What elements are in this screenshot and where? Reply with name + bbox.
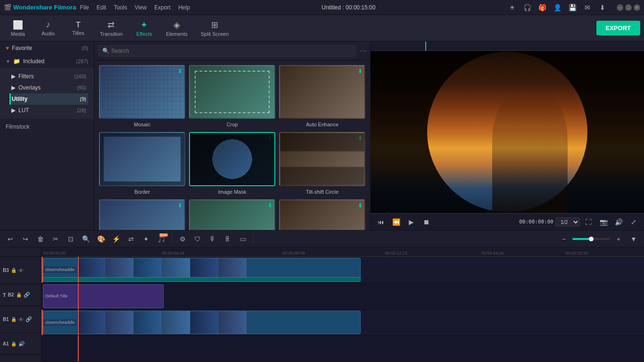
track-a1 <box>41 336 644 362</box>
delete-button[interactable]: 🗑 <box>34 232 47 246</box>
sun-icon[interactable]: ☀ <box>507 3 517 12</box>
grid-icon[interactable]: ⋯ <box>360 47 366 55</box>
user-icon[interactable]: 👤 <box>553 3 562 12</box>
crop-timeline-button[interactable]: ⊡ <box>64 232 77 246</box>
undo-button[interactable]: ↩ <box>4 232 17 246</box>
toolbar-elements-label: Elements <box>166 31 188 37</box>
menu-export[interactable]: Export <box>154 4 171 11</box>
zoom-bar[interactable] <box>572 238 610 240</box>
render-button[interactable]: ⚙ <box>176 232 189 246</box>
effect-r6[interactable]: ⬇ <box>279 199 365 230</box>
headphone-icon[interactable]: 🎧 <box>522 3 532 12</box>
effect-r5[interactable]: ⬇ <box>189 199 275 230</box>
panel-filmstock[interactable]: Filmstock <box>0 119 94 135</box>
minimize-button[interactable]: ─ <box>617 4 623 11</box>
cut-button[interactable]: ✂ <box>49 232 62 246</box>
toolbar-separator <box>172 234 172 244</box>
vol-a1-icon[interactable]: 🔊 <box>18 341 25 347</box>
panel-filters[interactable]: ▶ Filters (160) <box>9 71 88 82</box>
collapse-button[interactable]: ▼ <box>627 232 640 246</box>
zoom-out-button[interactable]: − <box>557 232 570 246</box>
effect-border[interactable]: Border <box>99 132 185 195</box>
toolbar-transition[interactable]: ⇄ Transition <box>94 18 128 39</box>
effect-crop[interactable]: Crop <box>189 65 275 128</box>
menu-help[interactable]: Help <box>178 4 190 11</box>
quality-select[interactable]: 1/2 1/4 Full <box>555 217 580 227</box>
clip-b1-main[interactable]: slowmoheaddle <box>43 311 361 335</box>
clip-b3-sub[interactable] <box>43 277 361 282</box>
toolbar-effects[interactable]: ✦ Effects <box>130 18 158 39</box>
effect-mosaic[interactable]: ⬇ Mosaic <box>99 65 185 128</box>
color-button[interactable]: 🎨 <box>94 232 107 246</box>
search-input[interactable] <box>111 48 352 54</box>
effect-auto-enhance[interactable]: ⬇ Auto Enhance <box>279 65 365 128</box>
panel-included[interactable]: ▼ 📁 Included (287) <box>0 55 94 68</box>
export-button[interactable]: EXPORT <box>596 21 640 35</box>
transition-button[interactable]: ⇄ <box>124 232 138 246</box>
toolbar-elements[interactable]: ◈ Elements <box>160 18 193 39</box>
r4-download-icon: ⬇ <box>178 202 182 209</box>
clip-b2-label: Default Title <box>43 293 70 299</box>
frame-back-button[interactable]: ⏪ <box>389 215 403 229</box>
menu-view[interactable]: View <box>134 4 147 11</box>
zoom-in-timeline-button[interactable]: 🔍 <box>79 232 92 246</box>
save-icon[interactable]: 💾 <box>568 3 577 12</box>
audio-mix-button[interactable]: 🎚 <box>221 232 234 246</box>
track-b3-id: B3 <box>3 268 9 273</box>
logo-icon: 🎬 <box>4 4 11 11</box>
subtitle-button[interactable]: ▭ <box>236 232 249 246</box>
lock-a1-icon[interactable]: 🔒 <box>11 341 17 346</box>
skip-back-button[interactable]: ⏮ <box>374 215 388 229</box>
redo-button[interactable]: ↪ <box>19 232 32 246</box>
preview-controls-bar: ⏮ ⏪ ▶ ⏹ 00:00:00:00 1/2 1/4 Full ⛶ 📷 🔊 ⤢ <box>371 213 644 230</box>
toolbar-splitscreen[interactable]: ⊞ Split Screen <box>195 18 234 39</box>
titlebar-right: ☀ 🎧 🎁 👤 💾 ✉ ⬇ ─ □ ✕ <box>507 3 640 12</box>
panel-lut[interactable]: ▶ LUT (28) <box>9 105 88 116</box>
effect-r4[interactable]: ⬇ <box>99 199 185 230</box>
maximize-button[interactable]: □ <box>625 4 632 11</box>
clip-b2-title[interactable]: Default Title <box>43 284 164 308</box>
stop-button[interactable]: ⏹ <box>420 215 433 229</box>
shield-button[interactable]: 🛡 <box>191 232 204 246</box>
fullscreen-button[interactable]: ⛶ <box>582 215 595 229</box>
snapshot-button[interactable]: 📷 <box>597 215 610 229</box>
panel-utility[interactable]: Utility (9) <box>9 93 88 105</box>
toolbar-audio[interactable]: ♪ Audio <box>34 18 62 38</box>
play-button[interactable]: ▶ <box>405 215 418 229</box>
effects-tl-button[interactable]: ✦ <box>140 232 153 246</box>
lock-b2-icon[interactable]: 🔒 <box>16 292 22 297</box>
audio-beta-button[interactable]: 🎵Beta <box>155 232 168 246</box>
mic-button[interactable]: 🎙 <box>206 232 219 246</box>
lock-b1-icon[interactable]: 🔒 <box>11 317 17 322</box>
menu-file[interactable]: File <box>80 4 89 11</box>
mail-icon[interactable]: ✉ <box>583 3 592 12</box>
panel-lut-count: (28) <box>77 107 86 113</box>
close-button[interactable]: ✕ <box>634 4 640 11</box>
clip-b1-thumbnails <box>77 311 361 334</box>
zoom-fill <box>572 238 591 240</box>
panel-overlays[interactable]: ▶ Overlays (90) <box>9 82 88 93</box>
r5-download-icon: ⬇ <box>268 202 272 209</box>
volume-button[interactable]: 🔊 <box>612 215 625 229</box>
zoom-thumb[interactable] <box>589 237 594 241</box>
effects-grid: ⬇ Mosaic Crop ⬇ Auto Enhance Bor <box>94 60 370 230</box>
toolbar-titles[interactable]: T Titles <box>64 19 92 38</box>
zoom-in-button[interactable]: + <box>612 232 625 246</box>
expand-button[interactable]: ⤢ <box>627 215 640 229</box>
lock-icon[interactable]: 🔒 <box>11 268 17 273</box>
eye-b1-icon[interactable]: 👁 <box>18 317 24 322</box>
panel-favorite[interactable]: ♥ Favorite (0) <box>0 41 94 55</box>
speed-button[interactable]: ⚡ <box>109 232 123 246</box>
link-b2-icon[interactable]: 🔗 <box>24 292 30 298</box>
menu-edit[interactable]: Edit <box>97 4 107 11</box>
link-b1-icon[interactable]: 🔗 <box>25 316 32 322</box>
eye-icon[interactable]: 👁 <box>18 268 24 273</box>
effect-image-mask[interactable]: ⬇ Image Mask <box>189 132 275 195</box>
download-icon[interactable]: ⬇ <box>598 3 607 12</box>
gift-icon[interactable]: 🎁 <box>537 3 547 12</box>
search-box[interactable]: 🔍 <box>98 45 356 57</box>
toolbar-media[interactable]: ⬜ Media <box>4 18 32 39</box>
menu-tools[interactable]: Tools <box>114 4 127 11</box>
toolbar-audio-label: Audio <box>41 31 55 36</box>
effect-tiltshift[interactable]: ⬇ Tilt-shift Circle <box>279 132 365 195</box>
